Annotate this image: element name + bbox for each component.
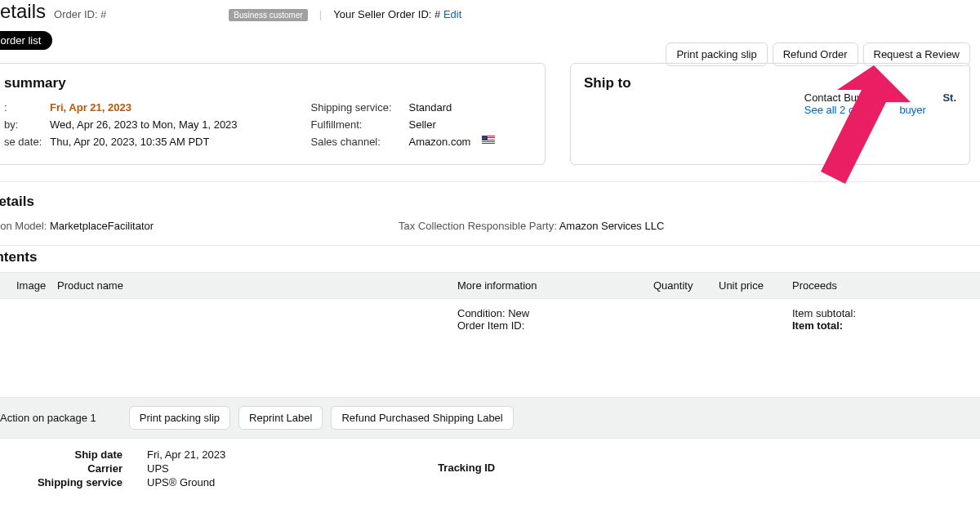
th-product-name: Product name [57,279,457,292]
tax-party-value: Amazon Services LLC [559,220,665,232]
order-summary-card: summary :Fri, Apr 21, 2023 by:Wed, Apr 2… [0,63,546,165]
action-on-package-label: Action on package 1 [0,412,96,424]
shipping-service-value: UPS® Ground [147,476,225,488]
summary-key: Shipping service: [311,101,401,114]
summary-key: by: [4,118,42,131]
table-row: Condition: New Order Item ID: Item subto… [0,299,980,340]
item-subtotal-label: Item subtotal: [792,307,980,319]
th-more-info: More information [457,279,653,292]
edit-link[interactable]: Edit [443,8,461,20]
package-print-packing-slip-button[interactable]: Print packing slip [129,406,230,430]
th-unit-price: Unit price [719,279,792,292]
tax-model-value: MarketplaceFacilitator [50,220,154,232]
item-total-label: Item total: [792,319,980,332]
package-action-bar: Action on package 1 Print packing slip R… [0,397,980,439]
divider [0,245,980,246]
page-title: r details [0,0,46,23]
shipping-service-label: Shipping service [0,476,122,488]
ship-address-fragment: St. [942,91,956,104]
us-flag-icon [482,136,495,145]
summary-key: Sales channel: [311,136,401,148]
th-image: Image [0,279,57,292]
seller-order-id-label: Your Seller Order ID: # [333,8,440,20]
summary-value: Wed, Apr 26, 2023 to Mon, May 1, 2023 [50,118,238,131]
see-all-orders-link[interactable]: See all 2 ord [804,104,864,116]
summary-key: : [4,101,42,114]
ship-date-value: Fri, Apr 21, 2023 [147,448,225,461]
summary-key: Fulfillment: [311,118,401,131]
order-summary-title: summary [4,75,532,91]
order-item-id-label: Order Item ID: [457,319,653,332]
buyer-link-fragment[interactable]: buyer [899,104,926,116]
th-quantity: Quantity [653,279,719,292]
carrier-value: UPS [147,462,225,475]
contents-table-header: Image Product name More information Quan… [0,272,980,299]
seller-order-id: Your Seller Order ID: # Edit [333,8,461,20]
condition-label: Condition: [457,307,506,319]
order-id-label: Order ID: # [54,8,106,20]
ship-to-card: Ship to Contact Buyer: St. See all 2 ord… [570,63,970,165]
divider: | [316,8,325,20]
summary-value: Fri, Apr 21, 2023 [50,101,131,114]
summary-key: se date: [4,136,42,148]
tax-party-label: Tax Collection Responsible Party: [399,220,557,232]
contact-buyer-label: Contact Buyer: [804,91,875,104]
divider [0,181,980,182]
refund-shipping-label-button[interactable]: Refund Purchased Shipping Label [331,406,513,430]
summary-value: Amazon.com [409,136,471,148]
tax-model-label: ection Model: [0,220,47,232]
ship-to-title: Ship to [584,75,956,91]
tracking-id-label: Tracking ID [438,448,495,490]
reprint-label-button[interactable]: Reprint Label [238,406,323,430]
carrier-label: Carrier [0,462,122,475]
ship-date-label: Ship date [0,448,122,461]
package-title: 1 [0,372,980,389]
summary-value: Standard [409,101,452,114]
business-customer-badge: Business customer [229,9,307,21]
summary-value: Seller [409,118,436,131]
th-proceeds: Proceeds [792,279,980,292]
tax-details-title: details [0,194,980,210]
summary-value: Thu, Apr 20, 2023, 10:35 AM PDT [50,136,209,148]
order-contents-title: ontents [0,249,980,265]
condition-value: New [508,307,529,319]
back-to-order-list-button[interactable]: to order list [0,31,52,50]
